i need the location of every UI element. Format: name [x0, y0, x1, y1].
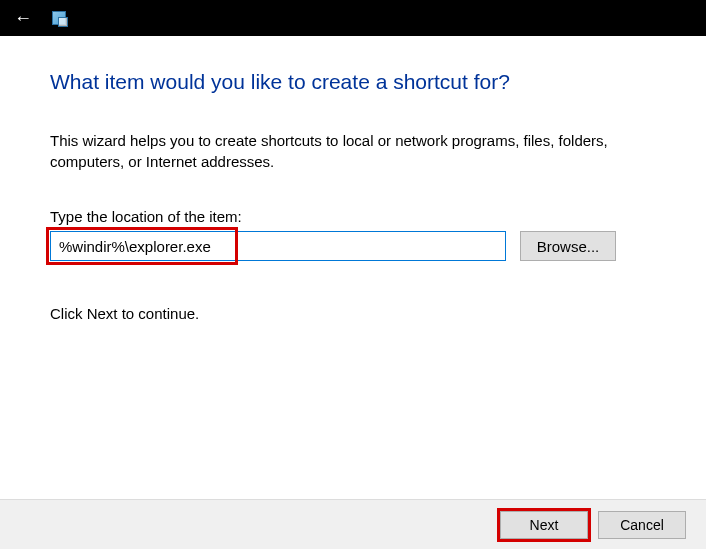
location-label: Type the location of the item: — [50, 208, 666, 225]
page-description: This wizard helps you to create shortcut… — [50, 130, 610, 172]
browse-button[interactable]: Browse... — [520, 231, 616, 261]
location-row: Browse... — [50, 231, 666, 261]
footer: Next Cancel — [0, 499, 706, 549]
back-arrow-icon[interactable]: ← — [14, 9, 32, 27]
cancel-button[interactable]: Cancel — [598, 511, 686, 539]
continue-instruction: Click Next to continue. — [50, 305, 666, 322]
titlebar: ← — [0, 0, 706, 36]
page-heading: What item would you like to create a sho… — [50, 70, 666, 94]
location-input-wrap — [50, 231, 506, 261]
location-input[interactable] — [50, 231, 506, 261]
wizard-content: What item would you like to create a sho… — [0, 36, 706, 499]
next-button[interactable]: Next — [500, 511, 588, 539]
shortcut-icon — [52, 11, 66, 25]
next-button-wrap: Next — [500, 511, 588, 539]
